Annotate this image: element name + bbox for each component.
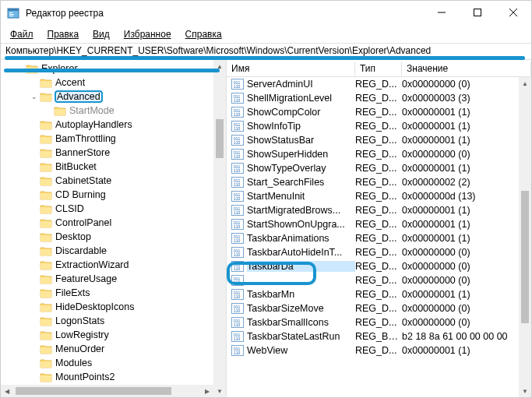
value-row[interactable]: 011110TaskbarDaREG_D...0x00000000 (0) <box>227 259 531 273</box>
folder-icon <box>40 120 52 130</box>
close-button[interactable] <box>495 1 531 24</box>
tree-item[interactable]: CD Burning <box>1 188 226 202</box>
menu-edit[interactable]: Правка <box>41 27 86 41</box>
value-row[interactable]: 011110ShowTypeOverlayREG_D...0x00000001 … <box>227 161 531 175</box>
menu-help[interactable]: Справка <box>179 27 228 41</box>
chevron-right-icon[interactable] <box>29 273 40 284</box>
menu-view[interactable]: Вид <box>86 27 116 41</box>
scroll-down-icon[interactable]: ▼ <box>519 385 531 397</box>
value-row[interactable]: 011110ShowSuperHiddenREG_D...0x00000000 … <box>227 147 531 161</box>
tree-scrollbar[interactable]: ▲ ▼ <box>213 60 226 397</box>
value-row[interactable]: 011110TaskbarStateLastRunREG_BI...b2 18 … <box>227 329 531 343</box>
tree-item[interactable]: Modules <box>1 356 226 370</box>
dword-value-icon: 011110 <box>231 247 244 258</box>
scroll-thumb[interactable] <box>521 191 529 323</box>
scroll-thumb[interactable] <box>216 119 224 158</box>
tree-item[interactable]: BitBucket <box>1 160 226 174</box>
tree-item-label: AutoplayHandlers <box>55 119 132 130</box>
maximize-button[interactable] <box>460 1 495 24</box>
chevron-right-icon[interactable] <box>29 287 40 298</box>
chevron-right-icon[interactable] <box>29 147 40 158</box>
chevron-right-icon[interactable] <box>29 203 40 214</box>
tree-item[interactable]: FeatureUsage <box>1 272 226 286</box>
svg-text:110: 110 <box>234 196 241 201</box>
value-name: ServerAdminUI <box>247 79 355 90</box>
value-row[interactable]: 011110ShowStatusBarREG_D...0x00000001 (1… <box>227 133 531 147</box>
value-name: ShowTypeOverlay <box>247 163 355 174</box>
scroll-up-icon[interactable]: ▲ <box>519 77 531 90</box>
tree-item[interactable]: ⌄Advanced <box>1 90 226 104</box>
tree-item[interactable]: HideDesktopIcons <box>1 300 226 314</box>
tree-item[interactable]: Accent <box>1 76 226 90</box>
chevron-right-icon[interactable] <box>29 77 40 88</box>
tree-item[interactable]: StartMode <box>1 104 226 118</box>
value-row[interactable]: 011110ServerAdminUIREG_D...0x00000000 (0… <box>227 77 531 91</box>
tree-item[interactable]: MountPoints2 <box>1 370 226 384</box>
scroll-thumb[interactable] <box>16 387 171 395</box>
chevron-right-icon[interactable] <box>29 231 40 242</box>
chevron-right-icon[interactable] <box>29 315 40 326</box>
folder-icon <box>40 302 52 312</box>
tree-item[interactable]: FileExts <box>1 286 226 300</box>
value-row[interactable]: 011110TaskbarMnREG_D...0x00000001 (1) <box>227 287 531 301</box>
value-row[interactable]: 011110WebViewREG_D...0x00000001 (1) <box>227 343 531 357</box>
scroll-left-icon[interactable]: ◀ <box>1 385 13 397</box>
chevron-right-icon[interactable] <box>29 161 40 172</box>
menu-file[interactable]: Файл <box>4 27 40 41</box>
tree-item[interactable]: LogonStats <box>1 314 226 328</box>
tree-item[interactable]: CabinetState <box>1 174 226 188</box>
tree-item[interactable]: Discardable <box>1 244 226 258</box>
chevron-right-icon[interactable] <box>29 175 40 186</box>
minimize-button[interactable] <box>424 1 460 24</box>
chevron-right-icon[interactable] <box>29 259 40 270</box>
value-row[interactable]: 011110StartMigratedBrows...REG_D...0x000… <box>227 203 531 217</box>
value-row[interactable]: 011110ShellMigrationLevelREG_D...0x00000… <box>227 91 531 105</box>
chevron-right-icon[interactable] <box>29 189 40 200</box>
scroll-down-icon[interactable]: ▼ <box>213 385 226 397</box>
chevron-right-icon[interactable] <box>29 245 40 256</box>
column-value[interactable]: Значение <box>402 62 531 76</box>
value-row[interactable]: 011110TaskbarAnimationsREG_D...0x0000000… <box>227 231 531 245</box>
folder-icon <box>40 316 52 326</box>
tree-item[interactable]: ControlPanel <box>1 216 226 230</box>
value-row[interactable]: 011110ShowCompColorREG_D...0x00000001 (1… <box>227 105 531 119</box>
chevron-right-icon[interactable] <box>29 357 40 368</box>
list-scrollbar[interactable]: ▲ ▼ <box>519 77 531 397</box>
tree-item[interactable]: BamThrottling <box>1 132 226 146</box>
value-row[interactable]: 011110Start_SearchFilesREG_D...0x0000000… <box>227 175 531 189</box>
chevron-right-icon[interactable] <box>29 372 40 382</box>
tree-item[interactable]: AutoplayHandlers <box>1 118 226 132</box>
chevron-right-icon[interactable] <box>29 329 40 340</box>
tree-scrollbar-h[interactable]: ◀ ▶ <box>1 385 213 397</box>
tree-item[interactable]: MenuOrder <box>1 342 226 356</box>
chevron-right-icon[interactable] <box>29 343 40 354</box>
tree-item[interactable]: ExtractionWizard <box>1 258 226 272</box>
scroll-right-icon[interactable]: ▶ <box>201 385 213 397</box>
value-row[interactable]: 011110REG_D...0x00000000 (0) <box>227 273 531 287</box>
value-row[interactable]: 011110ShowInfoTipREG_D...0x00000001 (1) <box>227 119 531 133</box>
column-type[interactable]: Тип <box>355 62 402 76</box>
tree-item[interactable]: LowRegistry <box>1 328 226 342</box>
menu-favorites[interactable]: Избранное <box>118 27 178 41</box>
address-bar[interactable]: Компьютер\HKEY_CURRENT_USER\Software\Mic… <box>1 43 531 60</box>
value-row[interactable]: 011110TaskbarAutoHideInT...REG_D...0x000… <box>227 245 531 259</box>
value-row[interactable]: 011110StartShownOnUpgra...REG_D...0x0000… <box>227 217 531 231</box>
value-row[interactable]: 011110TaskbarSmallIconsREG_D...0x0000000… <box>227 315 531 329</box>
tree-item-label: BitBucket <box>55 161 97 172</box>
tree-item[interactable]: CLSID <box>1 202 226 216</box>
chevron-right-icon[interactable] <box>29 301 40 312</box>
svg-text:110: 110 <box>234 252 241 257</box>
chevron-right-icon[interactable] <box>29 217 40 228</box>
chevron-down-icon[interactable]: ⌄ <box>29 91 40 102</box>
column-name[interactable]: Имя <box>227 62 355 76</box>
value-type: REG_D... <box>355 303 402 314</box>
tree-item[interactable]: Desktop <box>1 230 226 244</box>
chevron-right-icon[interactable] <box>29 119 40 130</box>
tree-item[interactable]: BannerStore <box>1 146 226 160</box>
value-row[interactable]: 011110StartMenuInitREG_D...0x0000000d (1… <box>227 189 531 203</box>
chevron-right-icon[interactable] <box>29 133 40 144</box>
chevron-right-icon[interactable] <box>43 105 54 116</box>
tree-item-label: Desktop <box>55 231 91 242</box>
value-row[interactable]: 011110TaskbarSizeMoveREG_D...0x00000000 … <box>227 301 531 315</box>
svg-text:110: 110 <box>234 224 241 229</box>
